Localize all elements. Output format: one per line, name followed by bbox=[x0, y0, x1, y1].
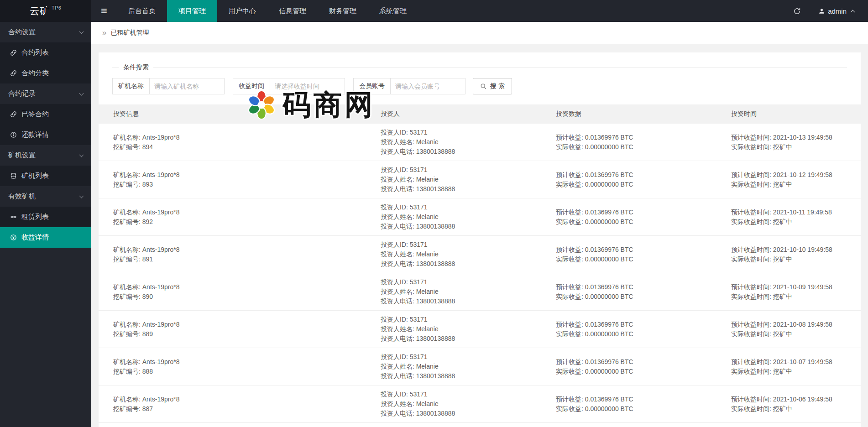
investor-name: 投资人姓名: Melanie bbox=[381, 250, 556, 259]
miner-name: 矿机名称: Ants-19pro*8 bbox=[113, 395, 381, 404]
sidebar-group-1[interactable]: 合约设置 bbox=[0, 22, 91, 42]
miner-no: 挖矿编号: 892 bbox=[113, 217, 381, 227]
page-title: 已租矿机管理 bbox=[110, 29, 149, 37]
cell-investor: 投资人ID: 53171 投资人姓名: Melanie 投资人电话: 13800… bbox=[381, 165, 556, 194]
search-field-label: 会员账号 bbox=[353, 78, 390, 94]
table-row: 矿机名称: Ants-19pro*8 挖矿编号: 887 投资人ID: 5317… bbox=[99, 385, 861, 423]
investor-name: 投资人姓名: Melanie bbox=[381, 324, 556, 334]
expect-time: 预计收益时间: 2021-10-06 19:49:58 bbox=[731, 395, 861, 404]
sidebar-item-5[interactable]: 已签合约 bbox=[0, 104, 91, 125]
actual-income: 实际收益: 0.00000000 BTC bbox=[556, 292, 731, 302]
cell-invest-info: 矿机名称: Ants-19pro*8 挖矿编号: 888 bbox=[99, 357, 381, 376]
sidebar-group-label: 合约设置 bbox=[8, 28, 36, 36]
topnav-item-2[interactable]: 项目管理 bbox=[167, 0, 217, 22]
actual-income: 实际收益: 0.00000000 BTC bbox=[556, 180, 731, 189]
investor-id: 投资人ID: 53171 bbox=[381, 128, 556, 137]
actual-time: 实际收益时间: 挖矿中 bbox=[731, 180, 861, 189]
sidebar-item-8[interactable]: 矿机列表 bbox=[0, 166, 91, 186]
investor-id: 投资人ID: 53171 bbox=[381, 240, 556, 250]
investments-table: 投资信息投资人投资数据投资时间 矿机名称: Ants-19pro*8 挖矿编号:… bbox=[99, 104, 861, 427]
search-input-2[interactable] bbox=[270, 78, 345, 94]
sidebar-group-9[interactable]: 有效矿机 bbox=[0, 186, 91, 207]
table-header-2: 投资人 bbox=[381, 110, 556, 118]
actual-time: 实际收益时间: 挖矿中 bbox=[731, 255, 861, 264]
sidebar-group-4[interactable]: 合约记录 bbox=[0, 83, 91, 104]
user-menu[interactable]: admin bbox=[818, 7, 854, 15]
hamburger-menu-icon[interactable]: ≡ bbox=[91, 0, 117, 22]
miner-no: 挖矿编号: 889 bbox=[113, 329, 381, 339]
investor-name: 投资人姓名: Melanie bbox=[381, 137, 556, 147]
investor-id: 投资人ID: 53171 bbox=[381, 390, 556, 399]
cell-investor: 投资人ID: 53171 投资人姓名: Melanie 投资人电话: 13800… bbox=[381, 352, 556, 381]
sidebar-item-label: 收益详情 bbox=[21, 233, 49, 242]
brand-name: 云矿 bbox=[30, 5, 50, 17]
sidebar: 云矿TP6 合约设置 合约列表 合约分类 合约记录 已签合约 还款详情 矿机设置… bbox=[0, 0, 91, 427]
topnav-item-1[interactable]: 后台首页 bbox=[117, 0, 167, 22]
actual-time: 实际收益时间: 挖矿中 bbox=[731, 292, 861, 302]
cell-invest-time: 预计收益时间: 2021-10-11 19:49:58 实际收益时间: 挖矿中 bbox=[731, 208, 861, 227]
table-row: 矿机名称: Ants-19pro*8 挖矿编号: 894 投资人ID: 5317… bbox=[99, 124, 861, 161]
topnav-item-label: 财务管理 bbox=[329, 7, 356, 16]
refresh-icon[interactable] bbox=[793, 7, 801, 15]
cell-invest-info: 矿机名称: Ants-19pro*8 挖矿编号: 891 bbox=[99, 245, 381, 264]
sidebar-group-7[interactable]: 矿机设置 bbox=[0, 145, 91, 166]
miner-name: 矿机名称: Ants-19pro*8 bbox=[113, 245, 381, 255]
topnav-item-4[interactable]: 信息管理 bbox=[267, 0, 318, 22]
search-input-3[interactable] bbox=[390, 78, 465, 94]
miner-name: 矿机名称: Ants-19pro*8 bbox=[113, 320, 381, 329]
search-fields: 矿机名称 收益时间 会员账号 bbox=[112, 78, 465, 94]
cell-invest-time: 预计收益时间: 2021-10-09 19:49:58 实际收益时间: 挖矿中 bbox=[731, 282, 861, 302]
investor-phone: 投资人电话: 13800138888 bbox=[381, 371, 556, 381]
expect-income: 预计收益: 0.01369976 BTC bbox=[556, 245, 731, 255]
cell-investor: 投资人ID: 53171 投资人姓名: Melanie 投资人电话: 13800… bbox=[381, 240, 556, 269]
search-input-1[interactable] bbox=[149, 78, 225, 94]
cell-investor: 投资人ID: 53171 投资人姓名: Melanie 投资人电话: 13800… bbox=[381, 203, 556, 231]
search-button-label: 搜 索 bbox=[490, 82, 505, 90]
sidebar-item-6[interactable]: 还款详情 bbox=[0, 125, 91, 145]
topnav-item-3[interactable]: 用户中心 bbox=[217, 0, 267, 22]
cell-invest-time: 预计收益时间: 2021-10-08 19:49:58 实际收益时间: 挖矿中 bbox=[731, 320, 861, 339]
layers-icon bbox=[10, 172, 17, 179]
cell-invest-time: 预计收益时间: 2021-10-10 19:49:58 实际收益时间: 挖矿中 bbox=[731, 245, 861, 264]
expect-income: 预计收益: 0.01369976 BTC bbox=[556, 320, 731, 329]
table-body: 矿机名称: Ants-19pro*8 挖矿编号: 894 投资人ID: 5317… bbox=[99, 124, 861, 427]
link-icon bbox=[10, 70, 17, 77]
expect-time: 预计收益时间: 2021-10-08 19:49:58 bbox=[731, 320, 861, 329]
cell-investor: 投资人ID: 53171 投资人姓名: Melanie 投资人电话: 13800… bbox=[381, 315, 556, 344]
topnav-item-6[interactable]: 系统管理 bbox=[368, 0, 418, 22]
expect-income: 预计收益: 0.01369976 BTC bbox=[556, 282, 731, 292]
investor-phone: 投资人电话: 13800138888 bbox=[381, 222, 556, 231]
cell-investor: 投资人ID: 53171 投资人姓名: Melanie 投资人电话: 13800… bbox=[381, 390, 556, 418]
chevron-down-icon bbox=[79, 152, 84, 157]
investor-phone: 投资人电话: 13800138888 bbox=[381, 334, 556, 344]
actual-time: 实际收益时间: 挖矿中 bbox=[731, 217, 861, 227]
table-header-3: 投资数据 bbox=[556, 110, 731, 118]
brand-logo: 云矿TP6 bbox=[0, 0, 91, 22]
table-row: 矿机名称: Ants-19pro*8 挖矿编号: 890 投资人ID: 5317… bbox=[99, 273, 861, 311]
cell-invest-data: 预计收益: 0.01369976 BTC 实际收益: 0.00000000 BT… bbox=[556, 395, 731, 414]
search-icon bbox=[480, 83, 487, 90]
search-field-label: 矿机名称 bbox=[112, 78, 149, 94]
investor-name: 投资人姓名: Melanie bbox=[381, 287, 556, 297]
table-row: 矿机名称: Ants-19pro*8 挖矿编号: 891 投资人ID: 5317… bbox=[99, 236, 861, 273]
sidebar-item-10[interactable]: 租赁列表 bbox=[0, 207, 91, 227]
sidebar-item-2[interactable]: 合约列表 bbox=[0, 42, 91, 63]
sidebar-item-3[interactable]: 合约分类 bbox=[0, 63, 91, 83]
cell-invest-data: 预计收益: 0.01369976 BTC 实际收益: 0.00000000 BT… bbox=[556, 170, 731, 189]
table-row: 矿机名称: Ants-19pro*8 挖矿编号: 893 投资人ID: 5317… bbox=[99, 161, 861, 198]
sidebar-item-label: 已签合约 bbox=[21, 110, 49, 119]
topnav: 后台首页项目管理用户中心信息管理财务管理系统管理 bbox=[117, 0, 418, 22]
cell-invest-info: 矿机名称: Ants-19pro*8 挖矿编号: 894 bbox=[99, 133, 381, 152]
brand-version: TP6 bbox=[52, 5, 61, 10]
investor-name: 投资人姓名: Melanie bbox=[381, 212, 556, 222]
actual-time: 实际收益时间: 挖矿中 bbox=[731, 367, 861, 376]
topnav-item-5[interactable]: 财务管理 bbox=[318, 0, 368, 22]
sidebar-item-11[interactable]: 收益详情 bbox=[0, 227, 91, 248]
investor-name: 投资人姓名: Melanie bbox=[381, 175, 556, 184]
breadcrumb: » 已租矿机管理 bbox=[91, 22, 868, 44]
search-button[interactable]: 搜 索 bbox=[473, 78, 512, 94]
table-header-row: 投资信息投资人投资数据投资时间 bbox=[99, 104, 861, 124]
cell-invest-data: 预计收益: 0.01369976 BTC 实际收益: 0.00000000 BT… bbox=[556, 208, 731, 227]
miner-name: 矿机名称: Ants-19pro*8 bbox=[113, 208, 381, 217]
content-area: 条件搜索 矿机名称 收益时间 会员账号 搜 索 投资信息投资人投资数据投资时间 bbox=[91, 44, 868, 427]
